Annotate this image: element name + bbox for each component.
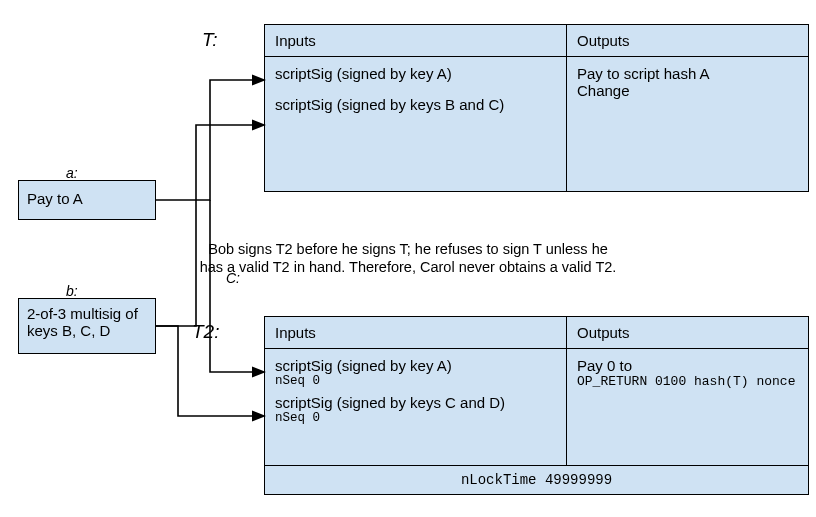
tx-t2-input-2: scriptSig (signed by keys C and D) (275, 394, 556, 411)
tx-t2-header-inputs: Inputs (265, 317, 567, 349)
label-tx-t: T: (202, 28, 217, 52)
tx-t-input-2: scriptSig (signed by keys B and C) (275, 96, 556, 113)
tx-t2-header-outputs: Outputs (567, 317, 809, 349)
tx-t2-input-1: scriptSig (signed by key A) (275, 357, 556, 374)
tx-t-header-inputs: Inputs (265, 25, 567, 57)
caption-line2: has a valid T2 in hand. Therefore, Carol… (200, 259, 617, 275)
table-tx-t: Inputs Outputs scriptSig (signed by key … (264, 24, 809, 192)
tx-t2-output-1: Pay 0 to (577, 357, 798, 374)
label-c: C: (226, 270, 240, 286)
tx-t-outputs-cell: Pay to script hash A Change (567, 57, 809, 192)
tx-t2-nseq-1: nSeq 0 (275, 374, 556, 388)
tx-t-input-1: scriptSig (signed by key A) (275, 65, 556, 82)
box-multisig-text: 2-of-3 multisig of keys B, C, D (27, 305, 138, 339)
tx-t-inputs-cell: scriptSig (signed by key A) scriptSig (s… (265, 57, 567, 192)
tx-t2-inputs-cell: scriptSig (signed by key A) nSeq 0 scrip… (265, 349, 567, 466)
tx-t2-opreturn: OP_RETURN 0100 hash(T) nonce (577, 374, 798, 389)
tx-t-output-2: Change (577, 82, 798, 99)
caption-line1: Bob signs T2 before he signs T; he refus… (208, 241, 608, 257)
tx-t2-locktime: nLockTime 49999999 (265, 466, 809, 495)
box-pay-to-a: Pay to A (18, 180, 156, 220)
tx-t-header-outputs: Outputs (567, 25, 809, 57)
box-multisig: 2-of-3 multisig of keys B, C, D (18, 298, 156, 354)
tx-t2-nseq-2: nSeq 0 (275, 411, 556, 425)
table-tx-t2: Inputs Outputs scriptSig (signed by key … (264, 316, 809, 495)
box-pay-to-a-text: Pay to A (27, 190, 83, 207)
tx-t-output-1: Pay to script hash A (577, 65, 798, 82)
tx-t2-outputs-cell: Pay 0 to OP_RETURN 0100 hash(T) nonce (567, 349, 809, 466)
caption: Bob signs T2 before he signs T; he refus… (0, 240, 816, 276)
label-tx-t2: T2: (192, 320, 219, 344)
